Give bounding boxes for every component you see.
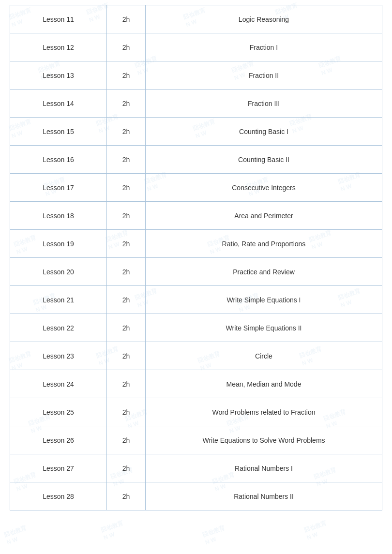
topic-cell: Area and Perimeter	[146, 202, 382, 230]
duration-label: 2h	[122, 380, 130, 388]
topic-label: Rational Numbers II	[234, 493, 294, 500]
duration-label: 2h	[122, 100, 130, 107]
table-row: Lesson 12 2h Fraction I	[10, 33, 382, 61]
topic-label: Counting Basic I	[239, 128, 288, 135]
lesson-label: Lesson 25	[43, 408, 74, 416]
table-row: Lesson 18 2h Area and Perimeter	[10, 202, 382, 230]
lesson-label: Lesson 22	[43, 324, 74, 332]
lesson-cell: Lesson 27	[10, 454, 107, 482]
topic-cell: Word Problems related to Fraction	[146, 398, 382, 426]
topic-cell: Write Equations to Solve Word Problems	[146, 426, 382, 454]
topic-cell: Write Simple Equations I	[146, 286, 382, 314]
duration-label: 2h	[122, 128, 130, 135]
lesson-label: Lesson 24	[43, 380, 74, 388]
topic-cell: Counting Basic I	[146, 118, 382, 146]
table-row: Lesson 11 2h Logic Reasoning	[10, 5, 382, 33]
lesson-cell: Lesson 21	[10, 286, 107, 314]
watermark: 囧妆教育N W	[3, 524, 30, 546]
lesson-cell: Lesson 22	[10, 314, 107, 342]
duration-label: 2h	[122, 493, 130, 500]
lesson-cell: Lesson 20	[10, 258, 107, 286]
lesson-cell: Lesson 13	[10, 61, 107, 90]
topic-label: Consecutive Integers	[232, 184, 296, 192]
duration-cell: 2h	[107, 202, 146, 230]
topic-label: Counting Basic II	[238, 156, 289, 164]
lesson-cell: Lesson 24	[10, 370, 107, 398]
duration-cell: 2h	[107, 426, 146, 454]
table-wrapper: Lesson 11 2h Logic Reasoning Lesson 12	[0, 0, 392, 515]
topic-cell: Consecutive Integers	[146, 174, 382, 202]
table-row: Lesson 21 2h Write Simple Equations I	[10, 286, 382, 314]
topic-cell: Fraction III	[146, 90, 382, 118]
duration-cell: 2h	[107, 370, 146, 398]
table-row: Lesson 15 2h Counting Basic I	[10, 118, 382, 146]
topic-cell: Fraction II	[146, 61, 382, 90]
duration-cell: 2h	[107, 258, 146, 286]
duration-cell: 2h	[107, 90, 146, 118]
lesson-cell: Lesson 23	[10, 342, 107, 370]
topic-cell: Logic Reasoning	[146, 5, 382, 33]
topic-label: Fraction II	[249, 72, 279, 79]
duration-label: 2h	[122, 324, 130, 332]
lesson-label: Lesson 19	[43, 240, 74, 248]
duration-label: 2h	[122, 212, 130, 220]
topic-label: Rational Numbers I	[235, 464, 293, 472]
lesson-label: Lesson 17	[43, 184, 74, 192]
table-row: Lesson 16 2h Counting Basic II	[10, 146, 382, 174]
table-row: Lesson 26 2h Write Equations to Solve Wo…	[10, 426, 382, 454]
table-row: Lesson 25 2h Word Problems related to Fr…	[10, 398, 382, 426]
lesson-cell: Lesson 11	[10, 5, 107, 33]
watermark: 囧妆教育N W	[100, 519, 127, 541]
duration-label: 2h	[122, 464, 130, 472]
topic-label: Ratio, Rate and Proportions	[222, 240, 306, 248]
duration-cell: 2h	[107, 5, 146, 33]
topic-cell: Counting Basic II	[146, 146, 382, 174]
lesson-label: Lesson 21	[43, 296, 74, 304]
duration-cell: 2h	[107, 314, 146, 342]
watermark: 囧妆教育N W	[201, 524, 228, 546]
topic-cell: Ratio, Rate and Proportions	[146, 230, 382, 258]
topic-cell: Circle	[146, 342, 382, 370]
duration-cell: 2h	[107, 286, 146, 314]
lesson-cell: Lesson 15	[10, 118, 107, 146]
duration-cell: 2h	[107, 454, 146, 482]
topic-label: Practice and Review	[233, 268, 295, 276]
topic-label: Fraction I	[250, 44, 278, 51]
table-row: Lesson 13 2h Fraction II	[10, 61, 382, 90]
duration-label: 2h	[122, 156, 130, 164]
lesson-label: Lesson 11	[43, 15, 74, 23]
lesson-label: Lesson 27	[43, 464, 74, 472]
lesson-label: Lesson 15	[43, 128, 74, 135]
topic-cell: Rational Numbers II	[146, 482, 382, 510]
topic-label: Circle	[255, 352, 272, 360]
lesson-label: Lesson 23	[43, 352, 74, 360]
lesson-cell: Lesson 18	[10, 202, 107, 230]
lesson-label: Lesson 16	[43, 156, 74, 164]
duration-cell: 2h	[107, 33, 146, 61]
table-row: Lesson 24 2h Mean, Median and Mode	[10, 370, 382, 398]
duration-cell: 2h	[107, 146, 146, 174]
watermark: 囧妆教育N W	[303, 519, 330, 541]
table-row: Lesson 19 2h Ratio, Rate and Proportions	[10, 230, 382, 258]
duration-cell: 2h	[107, 482, 146, 510]
duration-label: 2h	[122, 44, 130, 51]
topic-label: Logic Reasoning	[239, 15, 289, 23]
duration-cell: 2h	[107, 342, 146, 370]
topic-cell: Mean, Median and Mode	[146, 370, 382, 398]
table-row: Lesson 14 2h Fraction III	[10, 90, 382, 118]
duration-label: 2h	[122, 296, 130, 304]
duration-cell: 2h	[107, 230, 146, 258]
table-row: Lesson 27 2h Rational Numbers I	[10, 454, 382, 482]
topic-label: Area and Perimeter	[234, 212, 293, 220]
duration-label: 2h	[122, 408, 130, 416]
duration-cell: 2h	[107, 398, 146, 426]
lesson-cell: Lesson 28	[10, 482, 107, 510]
table-row: Lesson 22 2h Write Simple Equations II	[10, 314, 382, 342]
duration-label: 2h	[122, 436, 130, 444]
duration-cell: 2h	[107, 61, 146, 90]
topic-label: Word Problems related to Fraction	[212, 408, 316, 416]
lesson-label: Lesson 28	[43, 493, 74, 500]
duration-cell: 2h	[107, 174, 146, 202]
duration-label: 2h	[122, 268, 130, 276]
duration-label: 2h	[122, 72, 130, 79]
